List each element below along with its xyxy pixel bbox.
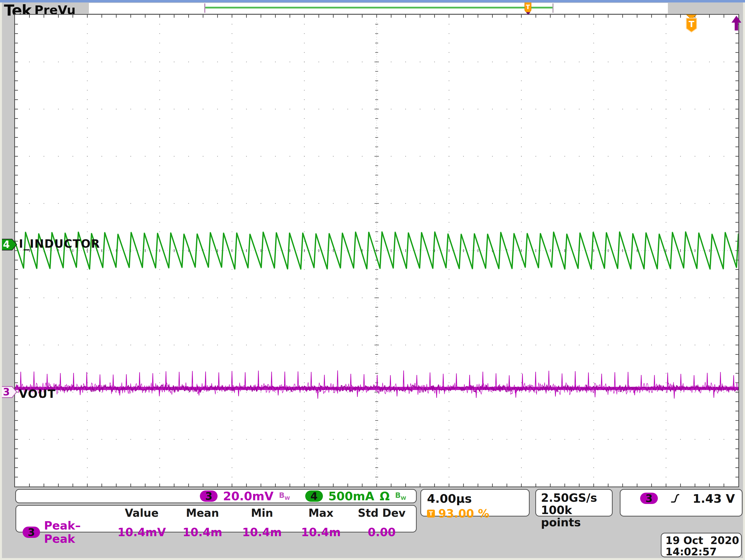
channel3-bandwidth-icon: BW [279, 492, 290, 501]
screen-edge-right [743, 0, 745, 560]
channel4-marker-number: 4 [3, 239, 10, 250]
channel4-ground-marker[interactable]: 4 [1, 239, 18, 251]
waveform-traces [15, 15, 738, 487]
measurement-value: 10.4mV [111, 526, 172, 539]
channel4-coupling-icon: Ω [380, 489, 390, 503]
record-window-right-bracket [552, 3, 553, 13]
measurement-name: Peak–Peak [44, 519, 111, 546]
expansion-point-icon [526, 12, 530, 15]
channel3-offscreen-arrow-icon [731, 15, 742, 31]
channel3-waveform-label: VOUT [19, 387, 56, 401]
channel4-bandwidth-icon: BW [395, 492, 406, 501]
date-readout: 19 Oct 2020 [666, 535, 741, 546]
channel3-ground-marker[interactable]: 3 [1, 386, 18, 398]
oscilloscope-screen: Tek PreVu T T 4 I_INDUCTOR [0, 0, 745, 560]
measurement-header-min: Min [232, 507, 291, 519]
trigger-position-marker-label: T [526, 3, 530, 10]
measurement-header-stddev: Std Dev [350, 507, 413, 519]
time-readout: 14:02:57 [666, 546, 741, 558]
record-view-panel: T [89, 3, 668, 13]
trigger-indicator-flag[interactable]: T [684, 14, 699, 34]
measurement-header-max: Max [291, 507, 350, 519]
measurement-max: 10.4m [291, 526, 350, 539]
trigger-readout-box[interactable]: 3 1.43 V [620, 489, 743, 517]
measurement-source-badge: 3 [23, 527, 40, 538]
sample-rate-readout: 2.50GS/s [541, 492, 607, 504]
trigger-position-icon: T [427, 510, 435, 518]
top-accent-line [0, 0, 745, 2]
channel4-scale-readout[interactable]: 500mA [328, 489, 374, 503]
datetime-box: 19 Oct 2020 14:02:57 [661, 533, 742, 557]
trigger-level-readout: 1.43 V [693, 492, 735, 505]
rising-edge-slope-icon [671, 493, 679, 504]
screen-edge-bottom [0, 558, 745, 560]
channel3-scale-readout[interactable]: 20.0mV [223, 489, 273, 503]
horizontal-readout-box[interactable]: 4.00µs T 93.00 % [420, 489, 530, 517]
acquisition-readout-box[interactable]: 2.50GS/s 100k points [535, 489, 613, 517]
channel3-marker-number: 3 [3, 386, 10, 398]
trigger-flag-label: T [688, 19, 694, 29]
record-view-waveform-bar [205, 7, 552, 8]
channel4-badge[interactable]: 4 [305, 491, 323, 502]
trigger-source-badge: 3 [640, 493, 658, 504]
channel3-badge[interactable]: 3 [200, 491, 218, 502]
measurement-header-row: Value Mean Min Max Std Dev [20, 507, 416, 519]
channel4-waveform-label: I_INDUCTOR [19, 237, 100, 250]
measurement-row: 3 Peak–Peak 10.4mV 10.4m 10.4m 10.4m 0.0… [20, 519, 416, 532]
record-length-readout: 100k points [541, 504, 607, 529]
measurement-header-value: Value [111, 507, 172, 519]
graticule: T 4 I_INDUCTOR 3 VOUT [14, 14, 739, 487]
trigger-position-readout: 93.00 % [438, 507, 489, 520]
timebase-readout: 4.00µs [427, 492, 523, 505]
measurement-header-mean: Mean [172, 507, 232, 519]
measurement-min: 10.4m [232, 526, 291, 539]
channel-scale-readout-bar[interactable]: 3 20.0mV BW 4 500mA Ω BW [15, 489, 417, 503]
trigger-position-marker[interactable]: T [524, 1, 531, 12]
measurement-stddev: 0.00 [350, 526, 413, 539]
measurement-table: Value Mean Min Max Std Dev 3 Peak–Peak 1… [15, 505, 417, 532]
screen-edge-left [0, 0, 2, 560]
measurement-mean: 10.4m [172, 526, 232, 539]
